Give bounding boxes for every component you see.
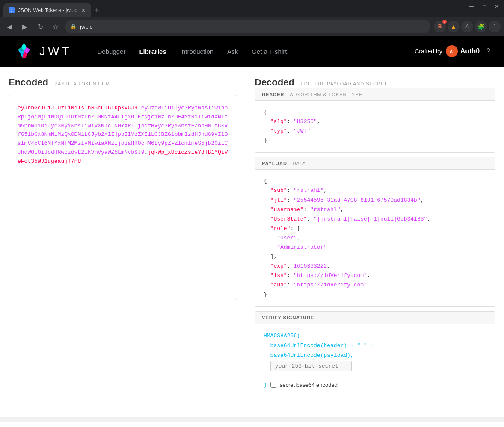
site-header: JWT Debugger Libraries Introduction Ask … <box>0 36 504 67</box>
secret-input[interactable] <box>270 361 352 371</box>
verify-line3: base64UrlEncode(payload), <box>270 352 354 359</box>
payload-panel-body[interactable]: { "sub": "rstrahl", "jti": "25544595-31a… <box>255 170 495 306</box>
brave-shield[interactable]: ▲ <box>448 21 460 32</box>
payload-panel: PAYLOAD: DATA { "sub": "rstrahl", "jti":… <box>255 157 495 306</box>
bookmark-button[interactable]: ☆ <box>50 21 62 32</box>
header-label: HEADER: <box>262 92 286 97</box>
verify-line1: HMACSHA256( <box>264 333 300 339</box>
menu-button[interactable]: ⋮ <box>489 21 501 32</box>
tab-favicon: J <box>9 7 15 13</box>
svg-text:A: A <box>450 49 453 54</box>
payload-panel-title: PAYLOAD: DATA <box>255 157 495 170</box>
base64-label: secret base64 encoded <box>280 382 338 388</box>
verify-panel: VERIFY SIGNATURE HMACSHA256( base64UrlEn… <box>255 311 495 395</box>
header-panel-body[interactable]: { "alg": "HS256", "typ": "JWT" } <box>255 101 495 152</box>
token-separator-1: . <box>138 105 141 111</box>
jwt-logo-icon <box>14 41 34 62</box>
address-text: jwt.io <box>80 24 93 30</box>
decoded-title: Decoded <box>255 77 294 88</box>
site-nav: Debugger Libraries Introduction Ask Get … <box>98 48 415 55</box>
verify-header: VERIFY SIGNATURE <box>255 312 495 324</box>
nav-debugger[interactable]: Debugger <box>98 48 126 55</box>
nav-tshirt[interactable]: Get a T-shirt! <box>252 48 288 55</box>
maximize-button[interactable]: □ <box>483 3 486 9</box>
verify-body: HMACSHA256( base64UrlEncode(header) + ".… <box>255 324 495 378</box>
lock-icon: 🔒 <box>70 24 77 29</box>
main-content: Encoded PASTE A TOKEN HERE eyJhbGciOiJIU… <box>0 67 504 417</box>
tab-close-button[interactable]: ✕ <box>81 7 86 14</box>
nav-introduction[interactable]: Introduction <box>180 48 213 55</box>
token-part2: eyJzdWIiOiJyc3RyYWhsIiwianRpIjoiMjU1NDQ1… <box>18 105 228 156</box>
encoded-section: Encoded PASTE A TOKEN HERE eyJhbGciOiJIU… <box>0 67 246 417</box>
extensions-area: B 2 ▲ A 🧩 ⋮ <box>434 21 501 32</box>
encoded-title: Encoded <box>9 77 48 88</box>
decoded-subtitle: EDIT THE PAYLOAD AND SECRET <box>300 81 387 86</box>
forward-button[interactable]: ▶ <box>19 21 31 32</box>
payload-label: PAYLOAD: <box>262 161 289 166</box>
header-sublabel: ALGORITHM & TOKEN TYPE <box>290 92 362 97</box>
token-area[interactable]: eyJhbGciOiJIUzI1NiIsInR5cCI6IkpXVCJ9.eyJ… <box>9 95 237 300</box>
logo-area: JWT <box>14 41 72 62</box>
tab-title: JSON Web Tokens - jwt.io <box>18 7 77 13</box>
verify-footer: ) secret base64 encoded <box>255 378 495 395</box>
verify-close-paren: ) <box>264 382 267 388</box>
auth0-icon: A <box>446 45 458 57</box>
back-button[interactable]: ◀ <box>3 21 15 32</box>
header-panel: HEADER: ALGORITHM & TOKEN TYPE { "alg": … <box>255 88 495 153</box>
base64-checkbox[interactable] <box>270 382 276 388</box>
help-icon[interactable]: ? <box>486 47 490 55</box>
browser-tab[interactable]: J JSON Web Tokens - jwt.io ✕ <box>3 3 91 17</box>
logo-text: JWT <box>39 44 72 58</box>
decoded-header: Decoded EDIT THE PAYLOAD AND SECRET <box>255 77 495 88</box>
new-tab-button[interactable]: + <box>91 4 103 17</box>
minimize-button[interactable]: — <box>469 3 474 9</box>
token-part1: eyJhbGciOiJIUzI1NiIsInR5cCI6IkpXVCJ9 <box>18 105 138 111</box>
scroll-bar[interactable] <box>0 417 504 422</box>
nav-libraries[interactable]: Libraries <box>139 48 166 55</box>
verify-label: VERIFY SIGNATURE <box>262 315 314 320</box>
brave-badge: 2 <box>442 20 447 24</box>
crafted-by: Crafted by A Auth0 ? <box>415 45 490 57</box>
auth0-logo: A Auth0 <box>446 45 480 57</box>
verify-line2: base64UrlEncode(header) + "." + <box>270 342 374 349</box>
crafted-by-label: Crafted by <box>415 48 442 55</box>
auth0-text: Auth0 <box>460 47 480 55</box>
refresh-button[interactable]: ↻ <box>34 21 46 32</box>
extensions-button[interactable]: 🧩 <box>475 21 487 32</box>
payload-sublabel: DATA <box>293 161 306 166</box>
encoded-subtitle: PASTE A TOKEN HERE <box>54 81 113 86</box>
address-bar[interactable]: 🔒 jwt.io <box>65 20 430 33</box>
encoded-header: Encoded PASTE A TOKEN HERE <box>9 77 237 88</box>
nav-ask[interactable]: Ask <box>227 48 238 55</box>
translate-button[interactable]: A <box>461 21 473 32</box>
decoded-section: Decoded EDIT THE PAYLOAD AND SECRET HEAD… <box>246 67 504 417</box>
brave-extension[interactable]: B 2 <box>434 21 446 32</box>
header-panel-title: HEADER: ALGORITHM & TOKEN TYPE <box>255 88 495 101</box>
close-button[interactable]: ✕ <box>495 3 499 9</box>
